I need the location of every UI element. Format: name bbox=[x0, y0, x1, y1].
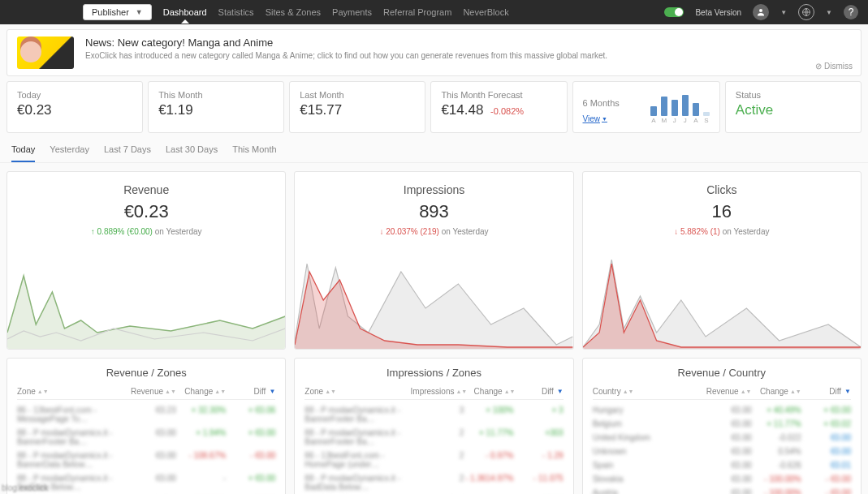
help-icon[interactable]: ? bbox=[844, 5, 858, 19]
col-revenue[interactable]: Revenue▲▼ bbox=[127, 387, 176, 396]
table-row[interactable]: 88 - P modaeDynamicx.it - BannerFooter B… bbox=[304, 426, 563, 449]
table-row[interactable]: 88 - P modaeDynamicx.it - BadData Below…… bbox=[17, 471, 275, 494]
stat-value: €15.77 bbox=[300, 102, 415, 118]
stat-value: €1.19 bbox=[158, 102, 274, 118]
col-change[interactable]: Change▲▼ bbox=[752, 387, 801, 396]
news-title: News: New category! Manga and Anime bbox=[85, 37, 607, 49]
table-row[interactable]: 86 - 13bestFont.com - MessagePage To…€0.… bbox=[17, 403, 275, 426]
panel-delta: ↓ 20.037% (219) on Yesterday bbox=[379, 227, 488, 236]
revenue-sparkline bbox=[7, 251, 285, 349]
table-row[interactable]: Hungary€0.00+ 40.49%+ €0.00 bbox=[593, 403, 851, 417]
table-revenue-zones: Revenue / Zones Zone▲▼ Revenue▲▼ Change▲… bbox=[6, 358, 286, 494]
tab-yesterday[interactable]: Yesterday bbox=[50, 144, 89, 162]
month-bar bbox=[703, 112, 710, 116]
table-row[interactable]: Spain€0.00-0.626€0.01 bbox=[593, 458, 851, 472]
topbar-right: Beta Version ▼ ▼ ? bbox=[664, 4, 858, 20]
time-range-tabs: Today Yesterday Last 7 Days Last 30 Days… bbox=[0, 138, 868, 163]
sort-icon: ▲▼ bbox=[790, 389, 801, 394]
nav-sites-zones[interactable]: Sites & Zones bbox=[266, 7, 321, 17]
table-header: Zone▲▼ Impressions▲▼ Change▲▼ Diff▼ bbox=[304, 387, 563, 400]
panel-value: €0.23 bbox=[124, 201, 169, 222]
nav-payments[interactable]: Payments bbox=[332, 7, 372, 17]
table-header: Zone▲▼ Revenue▲▼ Change▲▼ Diff▼ bbox=[17, 387, 275, 400]
globe-icon[interactable] bbox=[798, 4, 814, 20]
view-link[interactable]: View ▼ bbox=[583, 114, 607, 123]
table-title: Revenue / Zones bbox=[17, 367, 275, 379]
panel-title: Revenue bbox=[123, 183, 169, 196]
col-change[interactable]: Change▲▼ bbox=[467, 387, 515, 396]
col-revenue[interactable]: Revenue▲▼ bbox=[702, 387, 751, 396]
tab-last-7[interactable]: Last 7 Days bbox=[104, 144, 151, 162]
nav-referral[interactable]: Referral Program bbox=[383, 7, 451, 17]
table-row[interactable]: 88 - P modaeDynamicx.it - BannerFooter B… bbox=[304, 403, 563, 426]
table-row[interactable]: Belgium€0.00+ 11.77%+ €0.02 bbox=[593, 417, 851, 431]
account-icon[interactable] bbox=[753, 4, 769, 20]
table-row[interactable]: Unknown€0.000.54%€0.00 bbox=[593, 445, 851, 458]
table-row[interactable]: United Kingdom€0.00-0.022€0.00 bbox=[593, 431, 851, 445]
sort-icon: ▲▼ bbox=[325, 389, 336, 394]
stat-forecast: This Month Forecast €14.48 -0.082% bbox=[430, 81, 567, 133]
tab-today[interactable]: Today bbox=[11, 144, 35, 162]
stat-value: €0.23 bbox=[17, 102, 132, 118]
svg-point-0 bbox=[759, 9, 762, 12]
footer-watermark: blog.exoclick bbox=[2, 483, 48, 492]
stat-label: Last Month bbox=[300, 90, 415, 100]
dismiss-label: Dismiss bbox=[824, 62, 853, 71]
tab-this-month[interactable]: This Month bbox=[232, 144, 276, 162]
panel-title: Impressions bbox=[404, 183, 464, 196]
stat-six-months: 6 Months View ▼ AMJJAS bbox=[572, 81, 720, 133]
nav-statistics[interactable]: Statistics bbox=[218, 7, 254, 17]
status-value: Active bbox=[736, 102, 851, 118]
beta-toggle[interactable] bbox=[664, 7, 684, 17]
panel-value: 16 bbox=[712, 201, 732, 222]
chevron-down-icon: ▼ bbox=[269, 388, 275, 395]
table-row[interactable]: 88 - P modaeDynamicx.it - BadData Below…… bbox=[304, 471, 563, 494]
stat-label: 6 Months bbox=[583, 98, 620, 108]
dismiss-icon: ⊘ bbox=[815, 62, 822, 71]
month-bar bbox=[693, 103, 699, 116]
month-bar bbox=[672, 100, 678, 116]
news-banner[interactable]: News: New category! Manga and Anime ExoC… bbox=[6, 29, 862, 76]
col-zone[interactable]: Zone▲▼ bbox=[17, 387, 127, 396]
table-row[interactable]: 88 - P modaeDynamicx.it - BannerFooter B… bbox=[17, 426, 275, 449]
col-country[interactable]: Country▲▼ bbox=[593, 387, 702, 396]
dismiss-button[interactable]: ⊘ Dismiss bbox=[815, 62, 853, 71]
nav-dashboard[interactable]: Dashboard bbox=[163, 7, 207, 17]
locale-caret-icon[interactable]: ▼ bbox=[826, 9, 832, 16]
col-diff[interactable]: Diff▼ bbox=[801, 387, 851, 396]
account-caret-icon[interactable]: ▼ bbox=[780, 9, 787, 16]
sort-icon: ▲▼ bbox=[623, 389, 634, 394]
clicks-sparkline bbox=[583, 251, 861, 349]
month-bar bbox=[650, 106, 657, 116]
panel-revenue: Revenue €0.23 ↑ 0.889% (€0.00) on Yester… bbox=[6, 171, 286, 350]
panel-impressions: Impressions 893 ↓ 20.037% (219) on Yeste… bbox=[294, 171, 573, 350]
role-select[interactable]: Publisher ▼ bbox=[83, 4, 152, 20]
six-months-chart: AMJJAS bbox=[650, 90, 710, 124]
arrow-down-icon: ↓ 20.037% (219) bbox=[379, 227, 438, 236]
table-row[interactable]: 88 - P modaeDynamicx.it - BannerData Bel… bbox=[17, 449, 275, 471]
chevron-down-icon: ▼ bbox=[602, 116, 607, 122]
col-change[interactable]: Change▲▼ bbox=[176, 387, 226, 396]
stat-today: Today €0.23 bbox=[6, 81, 143, 133]
table-title: Revenue / Country bbox=[593, 367, 851, 379]
sort-icon: ▲▼ bbox=[741, 389, 752, 394]
sort-icon: ▲▼ bbox=[37, 389, 49, 394]
col-impressions[interactable]: Impressions▲▼ bbox=[411, 387, 468, 396]
sort-icon: ▲▼ bbox=[456, 389, 467, 394]
col-diff[interactable]: Diff▼ bbox=[226, 387, 275, 396]
table-title: Impressions / Zones bbox=[304, 367, 563, 379]
nav-neverblock[interactable]: NeverBlock bbox=[463, 7, 508, 17]
table-row[interactable]: 86 - 13bestFont.com - HomePage (under…2-… bbox=[304, 449, 563, 471]
stat-label: This Month Forecast bbox=[441, 90, 556, 100]
stat-status: Status Active bbox=[725, 81, 862, 133]
sort-icon: ▲▼ bbox=[214, 389, 226, 394]
col-zone[interactable]: Zone▲▼ bbox=[304, 387, 410, 396]
panel-value: 893 bbox=[419, 201, 449, 222]
tab-last-30[interactable]: Last 30 Days bbox=[166, 144, 218, 162]
role-label: Publisher bbox=[92, 7, 129, 17]
table-row[interactable]: Austria€0.00- 100.00%- €0.00 bbox=[593, 486, 851, 494]
col-diff[interactable]: Diff▼ bbox=[515, 387, 563, 396]
panels-row: Revenue €0.23 ↑ 0.889% (€0.00) on Yester… bbox=[0, 163, 868, 358]
news-body: News: New category! Manga and Anime ExoC… bbox=[85, 37, 607, 60]
table-row[interactable]: Slovakia€0.00- 100.00%- €0.00 bbox=[593, 472, 851, 486]
